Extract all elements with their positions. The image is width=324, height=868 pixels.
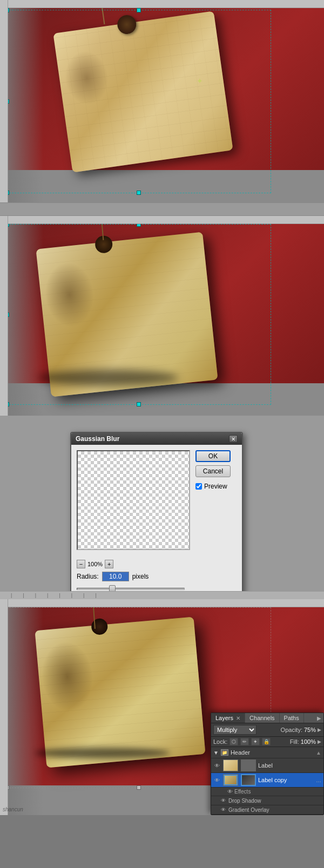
lock-label: Lock: bbox=[213, 738, 227, 745]
gaussian-blur-dialog: Gaussian Blur ✕ OK Cancel Preview − 100%… bbox=[70, 432, 243, 596]
dialog-preview-checkbox[interactable] bbox=[195, 483, 202, 490]
tab-layers-close[interactable]: ✕ bbox=[236, 715, 240, 721]
layers-lock-row: Lock: ⬡ ✏ ✦ 🔒 Fill: 100% ▶ bbox=[211, 737, 323, 747]
radius-input[interactable] bbox=[102, 572, 129, 581]
selection-handle-tm bbox=[137, 8, 141, 12]
layer-thumb-label bbox=[223, 760, 238, 771]
effect-eye-gradient-overlay[interactable]: 👁 bbox=[220, 806, 226, 813]
layers-blend-row: Multiply Opacity: 75% ▶ bbox=[211, 723, 323, 737]
layer-row-label-copy[interactable]: 👁 Label copy … bbox=[211, 773, 323, 788]
layer-thumb-selected-img bbox=[224, 775, 238, 785]
fill-arrow[interactable]: ▶ bbox=[318, 739, 321, 744]
dialog-body: OK Cancel Preview bbox=[71, 445, 242, 555]
dialog-close-button[interactable]: ✕ bbox=[229, 435, 238, 443]
lock-all-button[interactable]: 🔒 bbox=[262, 738, 271, 745]
zoom-plus-button[interactable]: + bbox=[105, 560, 113, 568]
effect-gradient-overlay: 👁 Gradient Overlay bbox=[211, 805, 323, 815]
selection-handle-bm bbox=[137, 191, 141, 195]
tab-paths[interactable]: Paths bbox=[280, 713, 304, 723]
ruler-bottom-v bbox=[0, 599, 8, 815]
layer-effects-section: 👁 Effects bbox=[211, 788, 323, 796]
dialog-cancel-button[interactable]: Cancel bbox=[195, 465, 231, 477]
selection-handle-bm-bottom bbox=[137, 785, 141, 790]
dialog-ok-button[interactable]: OK bbox=[195, 450, 231, 462]
layer-eye-label[interactable]: 👁 bbox=[213, 762, 221, 769]
pixels-label: pixels bbox=[132, 573, 149, 580]
ruler-mid-h bbox=[0, 216, 324, 224]
layer-mask-label bbox=[241, 760, 256, 771]
crosshair-top: ✦ bbox=[197, 77, 203, 85]
group-folder-icon: 📁 bbox=[221, 749, 228, 756]
layers-panel: Layers ✕ Channels Paths ▶ Multiply Opaci… bbox=[211, 713, 324, 815]
fill-label: Fill: bbox=[290, 738, 299, 745]
slider-track[interactable] bbox=[77, 588, 185, 590]
ruler-top-v bbox=[0, 0, 8, 202]
watermark: shancun bbox=[3, 806, 23, 812]
opacity-label: Opacity: bbox=[281, 727, 302, 733]
lock-paint-button[interactable]: ✏ bbox=[240, 738, 249, 745]
opacity-arrow[interactable]: ▶ bbox=[318, 727, 321, 733]
blend-mode-select[interactable]: Multiply bbox=[213, 725, 256, 735]
panel-scroll-up[interactable]: ▲ bbox=[316, 749, 321, 756]
effect-name-gradient-overlay: Gradient Overlay bbox=[228, 807, 269, 813]
lock-move-button[interactable]: ✦ bbox=[251, 738, 260, 745]
zoom-value-label: 100% bbox=[87, 561, 103, 567]
group-arrow-icon: ▼ bbox=[213, 750, 219, 756]
group-name-label: Header bbox=[231, 749, 250, 756]
layers-tabs-row: Layers ✕ Channels Paths ▶ bbox=[211, 713, 323, 723]
dialog-titlebar: Gaussian Blur ✕ bbox=[71, 433, 242, 445]
separator-1 bbox=[0, 202, 324, 216]
ruler-top-h bbox=[0, 0, 324, 8]
tab-channels[interactable]: Channels bbox=[245, 713, 279, 723]
tab-layers[interactable]: Layers ✕ bbox=[211, 713, 245, 723]
radius-label: Radius: bbox=[77, 573, 99, 580]
opacity-row: Opacity: 75% ▶ bbox=[281, 727, 321, 733]
canvas-middle: ✦ bbox=[0, 216, 324, 416]
selection-handle-bm-mid bbox=[137, 402, 141, 406]
layer-group-header[interactable]: ▼ 📁 Header ▲ bbox=[211, 747, 323, 758]
lock-transparency-button[interactable]: ⬡ bbox=[230, 738, 238, 745]
zoom-minus-button[interactable]: − bbox=[77, 560, 85, 568]
selection-box-top bbox=[6, 10, 271, 193]
layer-row-label[interactable]: 👁 Label bbox=[211, 758, 323, 773]
fill-row: Fill: 100% ▶ bbox=[290, 738, 321, 745]
panel-options-arrow[interactable]: ▶ bbox=[315, 714, 323, 722]
dialog-preview-canvas bbox=[77, 450, 190, 550]
canvas-top: ✦ bbox=[0, 0, 324, 202]
effect-drop-shadow: 👁 Drop Shadow bbox=[211, 796, 323, 805]
ruler-bottom-dialog: | | | | | | | | bbox=[0, 591, 324, 599]
layer-name-label-copy: Label copy bbox=[258, 777, 313, 783]
dialog-area: Gaussian Blur ✕ OK Cancel Preview − 100%… bbox=[0, 416, 324, 599]
effects-label: 👁 Effects bbox=[227, 789, 321, 795]
dialog-preview-check-row: Preview bbox=[195, 483, 237, 490]
canvas-bottom: ✦ Layers ✕ Channels Paths ▶ bbox=[0, 599, 324, 815]
layer-options-icon[interactable]: … bbox=[316, 777, 321, 783]
ruler-mid-v bbox=[0, 216, 8, 416]
fill-value[interactable]: 100% bbox=[301, 738, 316, 745]
dialog-controls: OK Cancel Preview bbox=[195, 450, 237, 550]
effects-eye-icon[interactable]: 👁 bbox=[227, 789, 233, 795]
layer-thumb-label-copy bbox=[223, 774, 238, 786]
layer-name-label: Label bbox=[258, 762, 321, 769]
dialog-title: Gaussian Blur bbox=[76, 435, 119, 443]
layer-mask-label-copy bbox=[241, 774, 256, 786]
layer-thumb-paper-label bbox=[224, 760, 238, 771]
dialog-radius-row: Radius: pixels bbox=[71, 572, 242, 585]
dialog-zoom-row: − 100% + bbox=[71, 560, 242, 572]
ruler-bottom-h bbox=[0, 599, 324, 607]
dialog-preview-label: Preview bbox=[204, 483, 227, 490]
selection-box-mid bbox=[6, 224, 271, 405]
opacity-value[interactable]: 75% bbox=[304, 727, 316, 733]
layer-eye-label-copy[interactable]: 👁 bbox=[213, 776, 221, 784]
effect-eye-drop-shadow[interactable]: 👁 bbox=[220, 797, 226, 804]
effect-name-drop-shadow: Drop Shadow bbox=[228, 798, 261, 804]
